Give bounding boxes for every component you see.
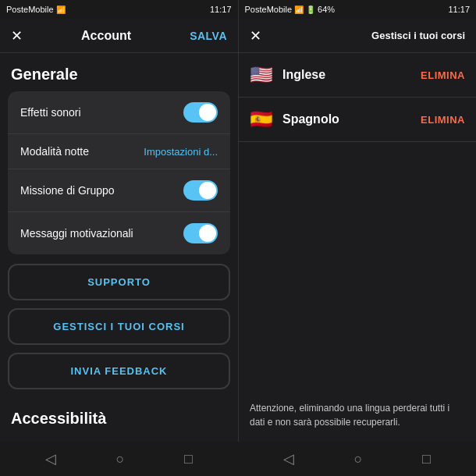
battery-icon: 🔋	[306, 5, 315, 14]
right-panel: ✕ Gestisci i tuoi corsi 🇺🇸 Inglese ELIMI…	[238, 19, 476, 442]
effetti-sonori-row: Effetti sonori	[8, 91, 230, 134]
left-panel: ✕ Account SALVA Generale Effetti sonori …	[0, 19, 238, 442]
settings-card: Effetti sonori Modalità notte Impostazio…	[8, 91, 230, 254]
close-button-left[interactable]: ✕	[11, 27, 23, 44]
status-bar-left: PosteMobile 📶 11:17	[0, 0, 238, 19]
missione-gruppo-row: Missione di Gruppo	[8, 169, 230, 212]
menu-nav-icon[interactable]: □	[184, 451, 193, 467]
time-left: 11:17	[210, 5, 232, 14]
menu-nav-icon-right[interactable]: □	[422, 451, 431, 467]
signal-left: 📶	[56, 5, 66, 14]
language-item-inglese: 🇺🇸 Inglese ELIMINA	[239, 53, 476, 98]
accessibilita-section-title: Accessibilità	[0, 397, 238, 435]
battery-pct: 64%	[318, 5, 335, 14]
bottom-nav-left: ◁ ○ □	[0, 442, 238, 476]
warning-text: Attenzione, eliminando una lingua perder…	[239, 389, 476, 442]
left-header: ✕ Account SALVA	[0, 19, 238, 53]
time-right: 11:17	[448, 5, 470, 14]
save-button[interactable]: SALVA	[190, 30, 227, 42]
messaggi-motivazionali-row: Messaggi motivazionali	[8, 212, 230, 254]
modalita-notte-row[interactable]: Modalità notte Impostazioni d...	[8, 134, 230, 169]
generale-section-title: Generale	[0, 53, 238, 91]
close-button-right[interactable]: ✕	[250, 27, 261, 44]
back-nav-icon-right[interactable]: ◁	[283, 450, 294, 467]
bottom-nav: ◁ ○ □ ◁ ○ □	[0, 442, 476, 476]
effetti-sonori-toggle[interactable]	[183, 102, 218, 123]
modalita-notte-value: Impostazioni d...	[144, 146, 218, 158]
messaggi-motivazionali-toggle[interactable]	[183, 223, 218, 243]
status-bar-right: PosteMobile 📶 🔋 64% 11:17	[239, 0, 477, 19]
delete-spagnolo-button[interactable]: ELIMINA	[421, 114, 465, 126]
flag-spagnolo: 🇪🇸	[250, 108, 273, 130]
language-name-spagnolo: Spagnolo	[282, 112, 421, 126]
language-item-spagnolo: 🇪🇸 Spagnolo ELIMINA	[239, 98, 476, 142]
back-nav-icon[interactable]: ◁	[45, 450, 56, 467]
signal-right: 📶	[294, 5, 304, 14]
left-panel-title: Account	[81, 29, 131, 43]
bottom-nav-right: ◁ ○ □	[238, 442, 476, 476]
missione-gruppo-toggle[interactable]	[183, 180, 218, 201]
home-nav-icon[interactable]: ○	[116, 451, 125, 467]
flag-inglese: 🇺🇸	[250, 64, 273, 86]
right-header: ✕ Gestisci i tuoi corsi	[239, 19, 476, 53]
missione-gruppo-label: Missione di Gruppo	[20, 184, 115, 197]
main-split: ✕ Account SALVA Generale Effetti sonori …	[0, 19, 476, 442]
supporto-button[interactable]: SUPPORTO	[8, 264, 230, 300]
modalita-notte-label: Modalità notte	[20, 145, 89, 158]
language-list: 🇺🇸 Inglese ELIMINA 🇪🇸 Spagnolo ELIMINA	[239, 53, 476, 389]
right-panel-title: Gestisci i tuoi corsi	[371, 30, 465, 41]
language-name-inglese: Inglese	[282, 68, 421, 82]
home-nav-icon-right[interactable]: ○	[354, 451, 363, 467]
gestisci-corsi-button[interactable]: GESTISCI I TUOI CORSI	[8, 308, 230, 345]
carrier-left: PosteMobile	[6, 5, 54, 14]
carrier-right: PosteMobile	[245, 5, 293, 14]
status-bar: PosteMobile 📶 11:17 PosteMobile 📶 🔋 64% …	[0, 0, 476, 19]
messaggi-motivazionali-label: Messaggi motivazionali	[20, 227, 133, 240]
invia-feedback-button[interactable]: INVIA FEEDBACK	[8, 353, 230, 389]
effetti-sonori-label: Effetti sonori	[20, 106, 81, 119]
delete-inglese-button[interactable]: ELIMINA	[421, 69, 465, 81]
